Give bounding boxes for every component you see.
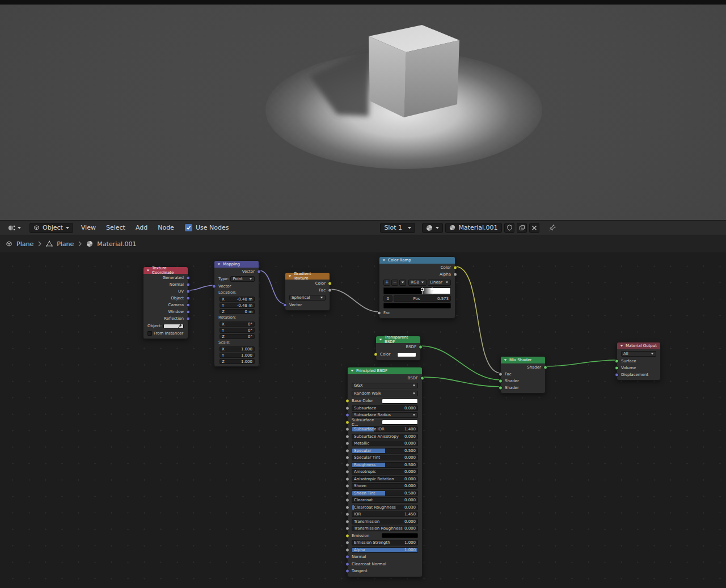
node-mapping[interactable]: Mapping Vector Type: Point Vector Locati… (214, 260, 259, 367)
remove-stop-button[interactable]: − (391, 280, 398, 286)
slider-field[interactable]: Anisotropic0.000 (352, 469, 418, 475)
output-socket[interactable] (186, 303, 190, 307)
interpolation-dropdown[interactable]: Linear (428, 280, 451, 286)
editor-type-button[interactable] (5, 223, 24, 233)
mapping-type-dropdown[interactable]: Point (230, 276, 255, 282)
node-principled-bsdf[interactable]: Principled BSDF BSDF GGX Random Walk Ba (347, 367, 423, 577)
input-socket[interactable] (345, 519, 349, 523)
output-socket[interactable] (186, 276, 190, 280)
number-field[interactable]: Z0° (220, 334, 255, 339)
output-target-dropdown[interactable]: All (621, 351, 656, 357)
output-socket[interactable] (257, 270, 261, 274)
output-socket[interactable] (186, 310, 190, 314)
input-socket[interactable] (345, 413, 349, 417)
node-editor-canvas[interactable]: Texture Coordinate Generated Normal UV O… (0, 252, 726, 588)
input-socket[interactable] (345, 569, 349, 573)
input-socket[interactable] (345, 477, 349, 481)
input-socket[interactable] (345, 442, 349, 446)
slider-field[interactable]: Transmission0.000 (352, 519, 418, 524)
slider-field[interactable]: Emission Strength1.000 (352, 540, 418, 545)
node-header[interactable]: Mix Shader (501, 357, 545, 363)
output-socket[interactable] (186, 297, 190, 301)
slot-dropdown[interactable]: Slot 1 (380, 223, 415, 233)
input-socket[interactable] (345, 491, 349, 495)
number-field[interactable]: X0° (220, 322, 255, 327)
input-socket[interactable] (345, 527, 349, 531)
node-color-ramp[interactable]: Color Ramp Color Alpha + − RGB Linear (379, 256, 455, 319)
color-mode-dropdown[interactable]: RGB (408, 280, 427, 286)
ramp-stop-handle[interactable] (420, 287, 424, 294)
input-socket[interactable] (345, 463, 349, 467)
output-socket[interactable] (453, 273, 457, 277)
output-socket[interactable] (453, 266, 457, 270)
slider-field[interactable]: Anisotropic Rotation0.000 (352, 476, 418, 482)
menu-node[interactable]: Node (155, 224, 176, 231)
input-socket[interactable] (615, 359, 619, 363)
number-field[interactable]: X-0.48 m (220, 297, 255, 302)
object-picker-field[interactable] (163, 324, 184, 329)
number-field[interactable]: Y-0.48 m (220, 303, 255, 308)
input-socket[interactable] (345, 505, 349, 509)
use-nodes-toggle[interactable]: Use Nodes (182, 223, 232, 233)
output-socket[interactable] (186, 290, 190, 294)
ramp-stop-handle[interactable] (430, 287, 434, 294)
node-gradient-texture[interactable]: Gradient Texture Color Fac Spherical Vec… (285, 272, 330, 311)
output-socket[interactable] (328, 289, 332, 293)
input-socket[interactable] (345, 399, 349, 403)
input-socket[interactable] (499, 386, 503, 390)
new-material-button[interactable] (517, 223, 527, 233)
gradient-type-dropdown[interactable]: Spherical (289, 295, 326, 301)
node-transparent-bsdf[interactable]: Transparent BSDF BSDF Color (375, 336, 421, 361)
input-socket[interactable] (345, 513, 349, 517)
node-header[interactable]: Gradient Texture (285, 273, 330, 280)
color-swatch[interactable] (397, 352, 416, 357)
stop-position-field[interactable]: Pos 0.573 (394, 295, 451, 302)
input-socket[interactable] (283, 303, 287, 307)
slider-field[interactable]: Sheen Tint0.500 (352, 490, 418, 496)
number-field[interactable]: Y0° (220, 328, 255, 333)
collapse-icon[interactable] (351, 370, 354, 371)
input-socket[interactable] (212, 285, 216, 289)
input-socket[interactable] (345, 470, 349, 474)
input-socket[interactable] (345, 434, 349, 438)
output-socket[interactable] (186, 283, 190, 287)
color-swatch[interactable] (382, 420, 418, 425)
subsurface-method-dropdown[interactable]: Random Walk (352, 391, 418, 396)
output-socket[interactable] (186, 317, 190, 321)
output-socket[interactable] (328, 282, 332, 286)
vector-dropdown[interactable]: Subsurface Radius (352, 412, 418, 418)
node-texture-coordinate[interactable]: Texture Coordinate Generated Normal UV O… (143, 266, 188, 339)
menu-view[interactable]: View (79, 224, 98, 231)
collapse-icon[interactable] (504, 359, 507, 361)
breadcrumb-object[interactable]: Plane (16, 240, 33, 248)
browse-material-button[interactable] (422, 223, 443, 233)
input-socket[interactable] (345, 484, 349, 488)
slider-field[interactable]: Subsurface Anisotropy0.000 (352, 434, 418, 439)
node-header[interactable]: Mapping (214, 261, 259, 268)
output-socket[interactable] (543, 366, 547, 370)
collapse-icon[interactable] (218, 263, 221, 265)
collapse-icon[interactable] (621, 345, 623, 346)
color-swatch[interactable] (382, 533, 418, 538)
input-socket[interactable] (615, 373, 619, 377)
input-socket[interactable] (345, 498, 349, 502)
slider-field[interactable]: IOR1.450 (352, 511, 418, 517)
slider-field[interactable]: Specular Tint0.000 (352, 455, 418, 460)
slider-field[interactable]: Specular0.500 (352, 448, 418, 454)
input-socket[interactable] (615, 366, 619, 370)
node-header[interactable]: Principled BSDF (348, 367, 422, 374)
collapse-icon[interactable] (379, 339, 382, 340)
breadcrumb-mesh[interactable]: Plane (57, 240, 74, 248)
input-socket[interactable] (345, 534, 349, 538)
output-socket[interactable] (420, 377, 424, 380)
node-header[interactable]: Texture Coordinate (143, 267, 188, 274)
input-socket[interactable] (345, 449, 349, 452)
color-ramp-gradient-bar[interactable] (383, 287, 451, 294)
slider-field[interactable]: Sheen0.000 (352, 483, 418, 489)
collapse-icon[interactable] (289, 275, 292, 277)
node-header[interactable]: Color Ramp (379, 257, 455, 264)
input-socket[interactable] (345, 456, 349, 460)
pin-button[interactable] (547, 223, 558, 233)
number-field[interactable]: X1.000 (220, 346, 255, 352)
input-socket[interactable] (499, 373, 503, 377)
